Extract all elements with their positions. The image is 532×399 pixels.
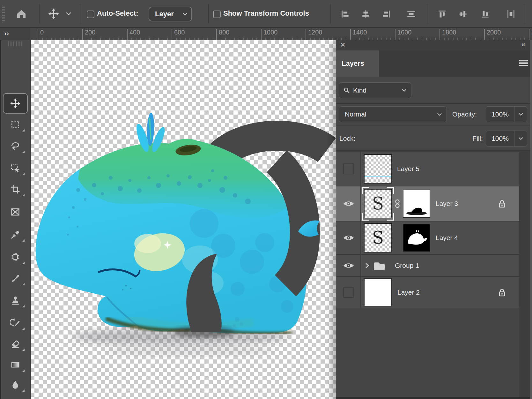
align-vertical-centers-button[interactable]	[406, 8, 417, 20]
tool-lasso[interactable]	[4, 136, 27, 155]
ruler-minor-tick	[328, 38, 329, 40]
layer-name[interactable]: Layer 3	[436, 200, 458, 207]
toolbar-grip[interactable]	[8, 41, 23, 46]
visibility-cell[interactable]	[336, 262, 361, 269]
filter-kind-dropdown[interactable]: Kind	[339, 82, 411, 98]
separator	[330, 4, 331, 23]
tool-healing-brush[interactable]	[4, 247, 27, 267]
tool-preset-chevron-icon[interactable]	[66, 12, 71, 16]
tab-layers[interactable]: Layers	[336, 50, 379, 77]
tool-blur[interactable]	[4, 375, 27, 394]
ruler-minor-tick	[239, 38, 239, 40]
align-bottom-edges-button[interactable]	[480, 8, 491, 20]
auto-select-dropdown[interactable]: Layer	[149, 7, 192, 21]
tool-dodge[interactable]	[4, 396, 27, 399]
move-tool-options-icon[interactable]	[48, 8, 59, 19]
layer-thumbnail[interactable]	[364, 154, 392, 184]
tool-rectangular-marquee[interactable]	[4, 115, 27, 134]
panel-menu-icon[interactable]	[519, 60, 528, 66]
tool-history-brush[interactable]	[4, 313, 27, 332]
fill-field[interactable]: 100%	[486, 131, 527, 147]
show-transform-checkbox[interactable]	[213, 11, 221, 18]
visibility-cell[interactable]	[336, 200, 361, 207]
ruler-minor-tick	[207, 38, 208, 40]
separator	[39, 4, 40, 23]
ruler-minor-tick	[390, 38, 391, 40]
visibility-cell[interactable]	[336, 234, 361, 242]
tool-brush[interactable]	[4, 269, 27, 288]
align-left-edges-button[interactable]	[340, 8, 351, 20]
opacity-field[interactable]: 100%	[486, 106, 527, 122]
collapse-panel-icon[interactable]: ‹‹	[521, 41, 525, 49]
layer-mask-thumbnail[interactable]	[403, 190, 430, 218]
auto-select-checkbox[interactable]	[87, 11, 94, 18]
layer-name[interactable]: Layer 4	[436, 234, 458, 242]
distribute-vertical-centers-button[interactable]	[457, 8, 468, 20]
align-horizontal-centers-button[interactable]	[360, 8, 371, 20]
layer-row-group1[interactable]: Group 1	[336, 255, 519, 277]
panel-header[interactable]: ✕ ‹‹	[336, 40, 530, 50]
tool-object-selection[interactable]	[4, 159, 27, 178]
blend-mode-dropdown[interactable]: Normal	[339, 106, 447, 122]
tool-eraser[interactable]	[4, 334, 27, 353]
layer-thumbnail[interactable]: S	[364, 223, 392, 252]
visibility-checkbox-empty[interactable]	[343, 163, 354, 174]
tool-move[interactable]	[3, 93, 28, 114]
tool-clone-stamp[interactable]	[4, 291, 27, 310]
ruler-minor-tick	[73, 38, 74, 40]
close-icon[interactable]: ✕	[340, 41, 345, 49]
distribute-horizontal-centers-button[interactable]	[506, 8, 516, 20]
mask-link-icon[interactable]	[392, 199, 403, 208]
tool-frame[interactable]	[4, 202, 27, 222]
ruler-minor-tick	[431, 38, 431, 40]
layer-thumbnail[interactable]	[364, 278, 392, 306]
ruler-minor-tick	[489, 38, 489, 40]
ruler-minor-tick	[341, 38, 342, 40]
visibility-cell[interactable]	[336, 287, 361, 298]
tool-crop[interactable]	[4, 180, 27, 199]
home-icon[interactable]	[15, 8, 27, 20]
group-expand-chevron-icon[interactable]	[365, 262, 369, 269]
ruler-tick-label: 400	[129, 29, 140, 36]
layer-name[interactable]: Layer 5	[397, 165, 419, 173]
layer-name[interactable]: Layer 2	[397, 289, 420, 296]
layer-list-empty-area[interactable]	[336, 309, 519, 397]
eye-icon[interactable]	[343, 234, 354, 242]
ruler-major-tick	[82, 29, 83, 40]
eye-icon[interactable]	[343, 200, 354, 207]
layer-name[interactable]: Group 1	[395, 262, 419, 269]
align-top-edges-button[interactable]	[437, 8, 447, 20]
ruler-minor-tick	[145, 38, 145, 40]
layer-row-layer4[interactable]: S Layer 4	[336, 222, 519, 255]
layer-row-layer2[interactable]: Layer 2	[336, 277, 519, 308]
eye-icon[interactable]	[343, 262, 354, 269]
ruler-major-tick	[127, 29, 128, 40]
ruler-minor-tick	[292, 38, 293, 40]
ruler-minor-tick	[185, 38, 186, 40]
align-right-edges-button[interactable]	[381, 8, 392, 20]
options-bar-grip[interactable]	[2, 6, 5, 22]
horizontal-ruler[interactable]: 0200400600800100012001400160018002000220…	[30, 28, 532, 40]
ruler-major-tick	[261, 29, 262, 40]
layer-thumbnail-selected[interactable]: S	[364, 189, 392, 218]
layer-row-layer3[interactable]: S Layer 3	[336, 186, 519, 222]
thumbnail-letter: S	[372, 229, 384, 246]
visibility-cell[interactable]	[336, 163, 361, 174]
layer-mask-thumbnail[interactable]	[403, 224, 430, 252]
toolbar-collapse-corner[interactable]: ››	[0, 28, 30, 40]
ruler-minor-tick	[158, 38, 159, 40]
ruler-minor-tick	[154, 38, 154, 40]
ruler-minor-tick	[426, 38, 427, 40]
tool-gradient[interactable]	[4, 355, 27, 374]
layer-row-layer5[interactable]: Layer 5	[336, 152, 519, 186]
ruler-minor-tick	[109, 38, 110, 40]
ruler-minor-tick	[252, 38, 253, 40]
tool-eyedropper[interactable]	[4, 225, 27, 244]
tools-sidebar	[0, 40, 31, 399]
visibility-checkbox-empty[interactable]	[343, 287, 354, 298]
ruler-minor-tick	[373, 38, 373, 40]
ruler-minor-tick	[279, 38, 279, 40]
ruler-minor-tick	[399, 38, 400, 40]
ruler-minor-tick	[167, 38, 168, 40]
window-right-edge	[530, 40, 532, 399]
